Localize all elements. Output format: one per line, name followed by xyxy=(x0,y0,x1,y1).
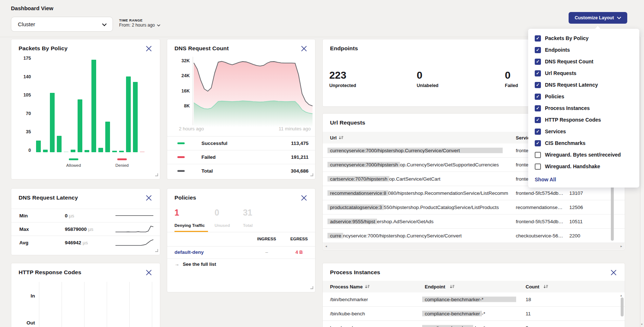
column-process-name[interactable]: Process Name xyxy=(330,284,363,289)
menu-item-http-response-codes[interactable]: ✓HTTP Response Codes xyxy=(528,114,639,126)
tab-denying-traffic[interactable]: Denying Traffic xyxy=(174,223,205,228)
scroll-right-icon[interactable]: ▸ xyxy=(620,245,622,248)
y-tick: 8K xyxy=(170,103,190,109)
menu-item-wireguard-bytes[interactable]: ✓Wireguard. Bytes sent/received xyxy=(528,149,639,161)
legend-row-total: Total 304,686 xyxy=(167,164,315,178)
successful-swatch xyxy=(177,142,185,144)
tab-total-value[interactable]: 31 xyxy=(243,208,252,218)
table-row[interactable]: recommendationservice:8080/hipstershop.R… xyxy=(323,186,625,200)
stat-unprotected: 223 Unprotected xyxy=(329,70,356,88)
checkbox-icon[interactable]: ✓ xyxy=(535,70,541,76)
column-count[interactable]: Count xyxy=(526,284,539,289)
scroll-left-icon[interactable]: ◂ xyxy=(325,245,327,248)
stat-failed: 0 Failed xyxy=(505,70,518,88)
card-title: Packets By Policy xyxy=(19,45,67,52)
checkbox-icon[interactable]: ✓ xyxy=(535,117,541,123)
card-title: HTTP Response Codes xyxy=(19,269,81,276)
customize-layout-button[interactable]: Customize Layout xyxy=(569,12,627,24)
tab-unused[interactable]: Unused xyxy=(215,223,230,228)
checkbox-icon[interactable]: ✓ xyxy=(535,129,541,135)
legend-allowed: Allowed xyxy=(58,155,89,168)
grid-line xyxy=(39,282,39,327)
table-row[interactable]: /bin/benchmarker compliance-benchmarker-… xyxy=(323,292,625,307)
table-vertical-scrollbar[interactable] xyxy=(621,298,624,316)
table-row[interactable]: /bin/kube-bench compliance-benchmarker-*… xyxy=(323,307,625,321)
checkbox-icon[interactable]: ✓ xyxy=(535,35,541,42)
close-icon[interactable] xyxy=(146,195,153,202)
x-label-start: 2 hours ago xyxy=(179,126,204,131)
bar xyxy=(43,150,48,152)
tab-total[interactable]: Total xyxy=(243,223,253,228)
close-icon[interactable] xyxy=(611,270,617,276)
checkbox-icon[interactable]: ✓ xyxy=(535,164,541,170)
checkbox-icon[interactable]: ✓ xyxy=(535,82,541,88)
packets-by-policy-card: Packets By Policy 175 140 105 70 35 0 Al… xyxy=(11,39,160,180)
menu-item-policies[interactable]: ✓Policies xyxy=(528,91,639,102)
divider xyxy=(167,232,315,232)
table-row[interactable]: currencyservice:7000/hipstershop.Currenc… xyxy=(323,229,625,243)
menu-item-packets-by-policy[interactable]: ✓Packets By Policy xyxy=(528,32,639,44)
menu-item-wireguard-handshake[interactable]: ✓Wireguard. Handshake xyxy=(528,161,639,172)
grid-line xyxy=(62,282,62,327)
policies-card: Policies 1 0 31 Denying Traffic Unused T… xyxy=(167,188,315,292)
column-url[interactable]: Url xyxy=(330,135,337,141)
process-instances-card: Process Instances Process Name Endpoint … xyxy=(322,263,625,327)
checkbox-icon[interactable]: ✓ xyxy=(535,59,541,65)
bar-chart xyxy=(36,60,150,152)
y-tick: 0 xyxy=(12,148,31,153)
customize-layout-menu: ✓Packets By Policy ✓Endpoints ✓DNS Reque… xyxy=(528,29,639,188)
resize-handle-icon[interactable] xyxy=(310,284,313,291)
policy-link-default-deny[interactable]: default-deny xyxy=(174,249,204,255)
sparkline xyxy=(114,211,154,220)
tab-denying-traffic-value[interactable]: 1 xyxy=(174,208,179,218)
bar xyxy=(126,76,131,152)
menu-item-dns-request-latency[interactable]: ✓DNS Request Latency xyxy=(528,79,639,91)
menu-item-url-requests[interactable]: ✓Url Requests xyxy=(528,67,639,79)
resize-handle-icon[interactable] xyxy=(155,171,158,178)
bar xyxy=(78,99,82,152)
card-title: Process Instances xyxy=(330,269,380,276)
close-icon[interactable] xyxy=(146,270,153,276)
latency-rows: Min 0 µs Max 95879000 µs Avg 946942 µs xyxy=(11,209,160,249)
table-row[interactable]: productcatalogservice:3550/hipstershop.P… xyxy=(323,200,625,214)
close-icon[interactable] xyxy=(301,46,308,52)
column-endpoint[interactable]: Endpoint xyxy=(425,284,445,289)
scroll-down-icon[interactable]: ▾ xyxy=(641,323,643,326)
legend-row-successful: Successful 113,475 xyxy=(167,136,315,150)
resize-handle-icon[interactable] xyxy=(155,247,158,253)
time-range-value[interactable]: From: 2 hours ago xyxy=(119,23,160,28)
menu-item-process-instances[interactable]: ✓Process Instances xyxy=(528,102,639,114)
menu-item-cis-benchmarks[interactable]: ✓CIS Benchmarks xyxy=(528,137,639,149)
scroll-up-icon[interactable]: ▴ xyxy=(620,294,622,297)
checkbox-icon[interactable]: ✓ xyxy=(535,152,541,158)
checkbox-icon[interactable]: ✓ xyxy=(535,94,541,100)
checkbox-icon[interactable]: ✓ xyxy=(535,47,541,53)
table-horizontal-scrollbar[interactable]: ◂ ▸ xyxy=(323,243,624,249)
tab-unused-value[interactable]: 0 xyxy=(215,208,219,218)
menu-item-endpoints[interactable]: ✓Endpoints xyxy=(528,44,639,56)
page-scrollbar[interactable]: ▾ xyxy=(640,37,644,327)
latency-row-avg: Avg 946942 µs xyxy=(11,236,160,249)
y-tick: 175 xyxy=(12,56,31,61)
close-icon[interactable] xyxy=(301,195,308,202)
y-tick: 105 xyxy=(12,92,31,98)
dns-request-count-card: DNS Request Count 32K 24K 16K 8K xyxy=(167,39,315,180)
view-select[interactable]: Cluster xyxy=(11,17,113,32)
menu-item-services[interactable]: ✓Services xyxy=(528,126,639,137)
resize-handle-icon[interactable] xyxy=(310,171,313,178)
latency-row-max: Max 95879000 µs xyxy=(11,222,160,236)
bar xyxy=(112,151,117,152)
y-tick: 35 xyxy=(12,129,31,134)
table-row[interactable]: adservice:9555/hipstershop.AdService/Get… xyxy=(323,214,625,229)
grid-line xyxy=(107,282,107,327)
checkbox-icon[interactable]: ✓ xyxy=(535,140,541,146)
latency-row-min: Min 0 µs xyxy=(11,209,160,222)
table-row[interactable]: benchmarker compliance-benchmarker-* 9 xyxy=(323,321,625,327)
card-title: DNS Request Latency xyxy=(19,194,78,201)
checkbox-icon[interactable]: ✓ xyxy=(535,105,541,111)
see-full-list-link[interactable]: → See the full list xyxy=(174,261,216,267)
page-title: Dashboard View xyxy=(11,5,53,11)
show-all-link[interactable]: Show All xyxy=(528,172,639,182)
menu-item-dns-request-count[interactable]: ✓DNS Request Count xyxy=(528,56,639,67)
close-icon[interactable] xyxy=(146,46,153,52)
